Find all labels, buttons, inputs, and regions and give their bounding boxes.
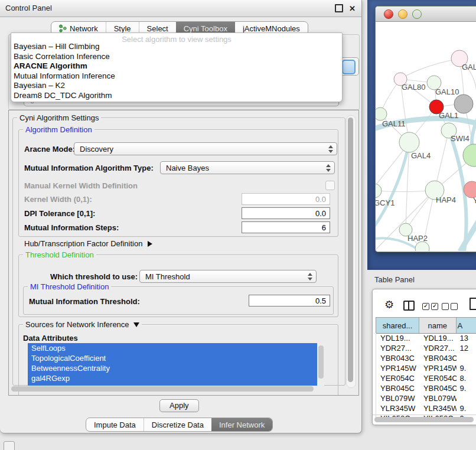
table-cell: 9. — [457, 383, 476, 393]
mi-threshold-group-title: MI Threshold Definition — [28, 282, 111, 291]
column-header-name[interactable]: name — [419, 318, 456, 333]
table-cell: YBR043C — [376, 353, 419, 363]
attribute-item-betweennesscentrality[interactable]: BetweennessCentrality — [28, 363, 324, 373]
tab-infer-network[interactable]: Infer Network — [211, 418, 272, 431]
threshold-definition-title: Threshold Definition — [23, 250, 96, 259]
node-label: SWI4 — [451, 134, 470, 143]
algorithm-option-basic-correlation-inference[interactable]: Basic Correlation Inference — [14, 52, 340, 62]
tab-label: Network — [70, 24, 98, 33]
apply-button[interactable]: Apply — [159, 399, 199, 412]
float-window-icon[interactable] — [335, 4, 343, 12]
table-cell — [457, 393, 476, 403]
stepper-arrows-icon — [308, 273, 312, 281]
table-header-row: shared...nameA — [376, 317, 476, 334]
network-node[interactable] — [454, 94, 473, 113]
tab-label: Cyni Toolbox — [184, 24, 227, 33]
network-node-gal4[interactable] — [399, 132, 419, 152]
sources-group-title[interactable]: Sources for Network Inference — [23, 320, 142, 329]
column-header-shared[interactable]: shared... — [376, 318, 419, 333]
tab-label: Infer Network — [219, 420, 265, 429]
close-icon[interactable]: ✕ — [349, 5, 356, 12]
mi-algorithm-type-label: Mutual Information Algorithm Type: — [24, 164, 154, 172]
network-node-gcy1[interactable] — [376, 184, 382, 198]
collapsed-panel-stub-icon[interactable] — [4, 441, 15, 450]
network-graph: GALGAL80GAL10GAL1GAL11GAL4SWI4GCY1HAP4YH… — [376, 22, 476, 251]
algorithm-option-bayesian-hill-climbing[interactable]: Bayesian – Hill Climbing — [14, 42, 340, 52]
column-header-a[interactable]: A — [457, 318, 476, 333]
which-threshold-select[interactable]: MI Threshold — [139, 270, 317, 283]
algorithm-option-mutual-information-inference[interactable]: Mutual Information Inference — [14, 71, 340, 81]
node-label: HAP4 — [436, 195, 456, 204]
cyni-settings-title: Cyni Algorithm Settings — [17, 113, 101, 122]
table-cell: YLR345W — [419, 403, 457, 413]
network-thick-edges — [376, 112, 476, 251]
network-node[interactable] — [463, 144, 476, 167]
settings-scroll-pane: Cyni Algorithm Settings Algorithm Defini… — [8, 110, 359, 396]
table-cell: YLR345W — [376, 403, 419, 413]
network-node[interactable] — [415, 242, 429, 251]
algorithm-option-dream8-dc-tdc-algorithm[interactable]: Dream8 DC_TDC Algorithm — [14, 91, 340, 101]
mi-algorithm-type-select[interactable]: Naive Bayes — [160, 161, 335, 174]
table-row[interactable]: YLR345WYLR345W9. — [376, 403, 476, 413]
node-label: GAL4 — [411, 151, 431, 160]
list-scrollbar-track[interactable] — [317, 343, 324, 386]
network-view-window[interactable]: GALGAL80GAL10GAL1GAL11GAL4SWI4GCY1HAP4YH… — [375, 6, 476, 252]
table-row[interactable]: YBR043CYBR043C — [376, 353, 476, 363]
unchecked-pair-icon[interactable] — [442, 303, 458, 310]
aracne-mode-select[interactable]: Discovery — [74, 142, 337, 155]
node-label: GCY1 — [376, 198, 395, 207]
data-attributes-list[interactable]: SelfLoopsTopologicalCoefficientBetweenne… — [28, 343, 324, 386]
gear-icon[interactable]: ⚙ — [384, 298, 394, 311]
stepper-arrows-icon — [326, 164, 331, 172]
algorithm-option-aracne-algorithm[interactable]: ARACNE Algorithm — [14, 61, 340, 71]
table-cell: 13 — [457, 333, 476, 343]
list-scrollbar-thumb[interactable] — [318, 345, 324, 379]
mi-steps-field[interactable]: 6 — [242, 221, 330, 233]
node-label: Y — [473, 196, 476, 205]
algorithm-option-bayesian-k2[interactable]: Bayesian – K2 — [14, 81, 340, 91]
network-node-gal11[interactable] — [376, 107, 387, 120]
horizontal-scrollbar-thumb[interactable] — [11, 386, 314, 392]
table-rows: YDL19...YDL19...13YDR27...YDR27...12YBR0… — [376, 333, 476, 418]
tab-label: Discretize Data — [152, 420, 204, 429]
document-icon[interactable] — [470, 298, 476, 310]
network-canvas[interactable]: GALGAL80GAL10GAL1GAL11GAL4SWI4GCY1HAP4YH… — [376, 22, 476, 251]
table-row[interactable]: YBR045CYBR045C9. — [376, 383, 476, 393]
table-row[interactable]: YDL19...YDL19...13 — [376, 333, 476, 343]
stepper-arrows-icon — [328, 145, 333, 153]
manual-kernel-label: Manual Kernel Width Definition — [24, 181, 138, 190]
hub-definition-toggle[interactable]: Hub/Transcription Factor Definition — [24, 239, 152, 248]
attribute-item-selfloops[interactable]: SelfLoops — [28, 343, 324, 353]
close-traffic-light-icon[interactable] — [384, 9, 393, 19]
table-cell: 12 — [457, 343, 476, 353]
table-cell: YBL079W — [376, 393, 419, 403]
mi-threshold-field[interactable]: 0.5 — [249, 295, 330, 306]
kernel-width-label: Kernel Width (0,1): — [24, 195, 92, 204]
zoom-traffic-light-icon[interactable] — [412, 9, 422, 19]
combobox-focus-button — [342, 60, 356, 74]
checked-pair-icon[interactable]: ✓✓ — [422, 303, 438, 310]
control-panel-titlebar: Control Panel ✕ — [0, 0, 361, 17]
data-attributes-label: Data Attributes — [23, 334, 78, 343]
table-cell: YPR145W — [376, 363, 419, 373]
dpi-tolerance-field[interactable]: 0.0 — [242, 207, 330, 219]
vertical-scrollbar-track[interactable] — [346, 115, 356, 388]
tab-impute-data[interactable]: Impute Data — [86, 418, 144, 431]
minimize-traffic-light-icon[interactable] — [398, 9, 407, 19]
table-panel-title: Table Panel — [374, 275, 415, 284]
network-window-titlebar — [376, 6, 476, 22]
table-cell: YBR045C — [376, 383, 419, 393]
tab-label: Style — [114, 24, 131, 33]
tab-discretize-data[interactable]: Discretize Data — [144, 418, 211, 431]
table-cell: YDL19... — [419, 333, 457, 343]
attribute-item-gal4rgexp[interactable]: gal4RGexp — [28, 373, 324, 383]
attribute-item-topologicalcoefficient[interactable]: TopologicalCoefficient — [28, 353, 324, 363]
split-columns-icon[interactable] — [403, 301, 415, 311]
vertical-scrollbar-thumb[interactable] — [348, 118, 353, 382]
table-row[interactable]: YPR145WYPR145W9. — [376, 363, 476, 373]
table-horizontal-scrollbar[interactable] — [374, 417, 474, 422]
table-row[interactable]: YER054CYER054C8. — [376, 373, 476, 383]
table-row[interactable]: YDR27...YDR27...12 — [376, 343, 476, 353]
manual-kernel-checkbox[interactable] — [325, 181, 335, 190]
table-row[interactable]: YBL079WYBL079W — [376, 393, 476, 403]
